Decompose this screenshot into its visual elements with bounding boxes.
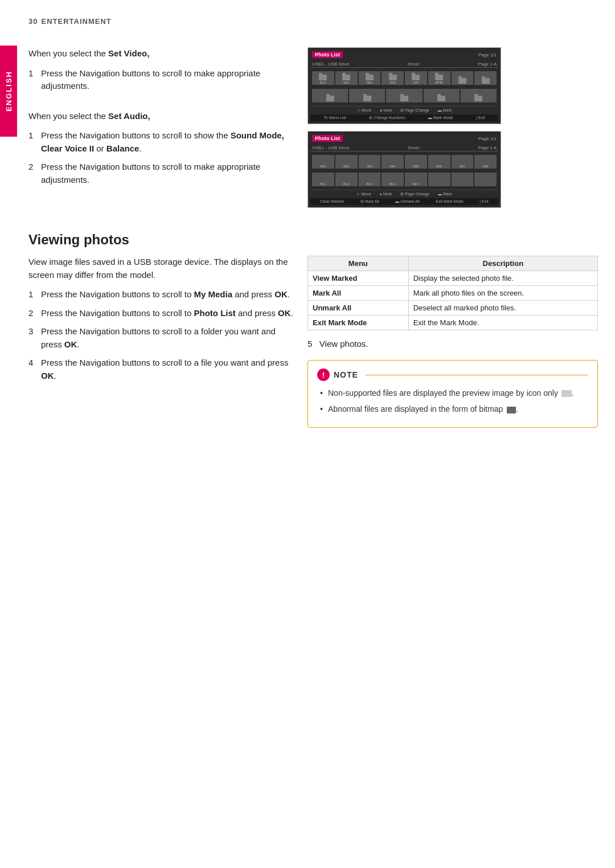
screen-2: Photo List Page 1/1 USB1 - USB Drive Dri…: [308, 131, 501, 208]
step-num: 1: [28, 67, 36, 93]
table-row: View Marked Display the selected photo f…: [308, 271, 598, 286]
folder-item: [349, 89, 385, 103]
folder-item: [452, 71, 474, 85]
desc-mark-all: Mark all photo files on the screen.: [408, 286, 597, 301]
step-5-line: 5 View photos.: [308, 339, 598, 349]
step-text: Press the Navigation buttons to scroll t…: [41, 307, 296, 320]
folder-item: IM1: [312, 155, 334, 169]
note-box: ! NOTE Non-supported files are displayed…: [308, 360, 598, 428]
screen-1: Photo List Page 1/1 USB1 - USB Drive Dri…: [308, 47, 501, 124]
footer-clear-marked: Clear Marked: [320, 199, 344, 204]
screen-2-header: Photo List Page 1/1: [310, 134, 498, 143]
set-video-bold: Set Video,: [108, 48, 149, 58]
top-section: When you select the Set Video, 1 Press t…: [28, 47, 598, 215]
english-label: ENGLISH: [5, 71, 13, 112]
step-5-num: 5: [308, 339, 312, 349]
right-column: Photo List Page 1/1 USB1 - USB Drive Dri…: [308, 47, 598, 215]
folder-item: [424, 89, 460, 103]
screen-1-subheader: USB1 - USB Drive Drive! Page 1 A: [310, 61, 498, 68]
step-text: Press the Navigation buttons to scroll t…: [41, 325, 296, 351]
step-num: 3: [28, 325, 36, 351]
desc-exit-mark: Exit the Mark Mode.: [408, 316, 597, 330]
note-item-2: Abnormal files are displayed in the form…: [320, 403, 588, 415]
folder-item: BL5: [405, 173, 427, 186]
note-list: Non-supported files are displayed the pr…: [317, 387, 588, 416]
folder-item: [474, 173, 497, 186]
set-audio-step-2: 2 Press the Navigation buttons to scroll…: [28, 161, 296, 186]
screen-1-folder-grid: BLK IM1 IM2 IM3 IM4 BPM: [310, 70, 498, 86]
set-audio-step-1: 1 Press the Navigation buttons to scroll…: [28, 129, 296, 155]
viewing-step-1: 1 Press the Navigation buttons to scroll…: [28, 288, 296, 301]
step-num: 1: [28, 129, 36, 155]
note-label: NOTE: [334, 370, 358, 379]
table-row: Mark All Mark all photo files on the scr…: [308, 286, 598, 301]
step-text: Press the Navigation buttons to scroll t…: [41, 288, 296, 301]
screen-2-footer: Clear Marked ⊞ Mark All ▬ Unmark All Exi…: [310, 198, 498, 205]
folder-item: IM2: [335, 155, 358, 169]
step-num: 1: [28, 288, 36, 301]
folder-item: [428, 173, 450, 186]
nav-page: ⊞ Page Change: [400, 108, 429, 113]
set-video-section: When you select the Set Video, 1 Press t…: [28, 47, 296, 93]
set-video-intro: When you select the Set Video,: [28, 47, 296, 60]
table-row: Unmark All Deselect all marked photo fil…: [308, 301, 598, 316]
folder-item: IM3: [382, 71, 404, 85]
desc-view-marked: Display the selected photo file.: [408, 271, 597, 286]
folder-item: IM8: [474, 155, 497, 169]
table-row: Exit Mark Mode Exit the Mark Mode.: [308, 316, 598, 330]
folder-item: IM6: [428, 155, 450, 169]
folder-item: BL3: [359, 173, 381, 186]
main-content: 30 ENTERTAINMENT When you select the Set…: [28, 0, 598, 428]
step-text: Press the Navigation buttons to scroll t…: [41, 357, 296, 382]
nav-mark: ▬ Mark: [438, 108, 452, 113]
folder-item: BL1: [312, 173, 334, 186]
viewing-photos-title: Viewing photos: [28, 232, 598, 248]
footer-unmark-all: ▬ Unmark All: [395, 199, 420, 204]
screen-2-folder-grid: IM1 IM2 IM3 IM4 IM5 IM6 IM7 IM8: [310, 154, 498, 170]
col-menu: Menu: [308, 256, 409, 271]
nav-move: ⊹ Move: [356, 192, 371, 196]
nav-mark: ● Mark: [380, 192, 392, 196]
screen-1-drive: USB1 - USB Drive: [312, 62, 349, 67]
footer-change: ⊞ Change Numbres: [369, 116, 405, 120]
left-column: When you select the Set Video, 1 Press t…: [28, 47, 296, 215]
folder-item: BL4: [382, 173, 404, 186]
screen-2-page-info: Page 1 A: [478, 145, 497, 150]
step-text: Press the Navigation buttons to scroll t…: [41, 129, 296, 155]
folder-item: IM5: [405, 155, 427, 169]
note-divider: [365, 375, 588, 375]
folder-item: BLK: [312, 71, 334, 85]
viewing-intro: View image files saved in a USB storage …: [28, 256, 296, 281]
screen-2-nav: ⊹ Move ● Mark ⊞ Page Change ▬ Mark: [310, 190, 498, 198]
set-audio-section: When you select the Set Audio, 1 Press t…: [28, 110, 296, 187]
menu-exit-mark: Exit Mark Mode: [308, 316, 409, 330]
footer-exit: | Exit: [476, 116, 485, 120]
viewing-steps: 1 Press the Navigation buttons to scroll…: [28, 288, 296, 382]
screen-1-title: Photo List: [312, 51, 343, 58]
folder-item: IM4: [405, 71, 427, 85]
section-label: ENTERTAINMENT: [41, 17, 111, 26]
step-5-text: View photos.: [319, 339, 368, 349]
folder-item: BL2: [335, 173, 358, 186]
col-desc: Description: [408, 256, 597, 271]
bitmap-icon: [507, 407, 516, 413]
step-text: Press the Navigation buttons to scroll t…: [41, 161, 296, 186]
note-item-1: Non-supported files are displayed the pr…: [320, 387, 588, 399]
nav-mark2: ▬ Mark: [438, 192, 452, 196]
viewing-step-2: 2 Press the Navigation buttons to scroll…: [28, 307, 296, 320]
footer-exit: | Exit: [479, 199, 488, 204]
screen-2-subheader: USB1 - USB Drive Drive! Page 1 A: [310, 145, 498, 152]
viewing-photos-section: View image files saved in a USB storage …: [28, 256, 598, 428]
step-num: 2: [28, 161, 36, 186]
nav-page: ⊞ Page Change: [400, 192, 429, 196]
set-audio-intro: When you select the Set Audio,: [28, 110, 296, 123]
screen-2-page: Page 1/1: [478, 136, 497, 141]
viewing-step-4: 4 Press the Navigation buttons to scroll…: [28, 357, 296, 382]
folder-item: [461, 89, 497, 103]
folder-item: IM7: [452, 155, 474, 169]
screen-1-drive-label: Drive!: [408, 62, 420, 67]
step-num: 4: [28, 357, 36, 382]
english-language-tab: ENGLISH: [0, 46, 17, 137]
note-header: ! NOTE: [317, 369, 588, 381]
table-body: View Marked Display the selected photo f…: [308, 271, 598, 330]
